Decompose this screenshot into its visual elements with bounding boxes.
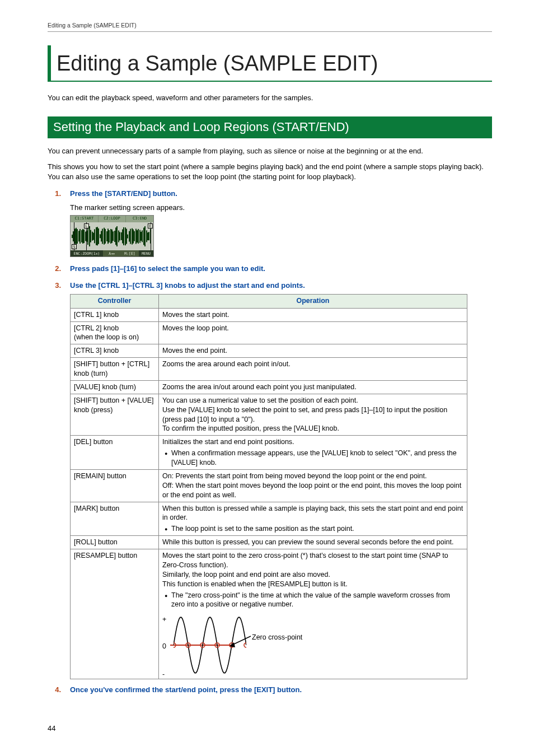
marker-screen-image: C1:START C2:LOOP C3:END S L E ENC:ZOOM(1…: [70, 215, 154, 257]
step-instruction: Once you've confirmed the start/end poin…: [70, 685, 302, 695]
controller-cell: [REMAIN] button: [71, 469, 159, 502]
operation-cell: Zooms the area around each point in/out.: [159, 358, 467, 381]
table-row: [ROLL] buttonWhile this button is presse…: [71, 536, 467, 549]
svg-marker-7: [229, 642, 235, 647]
screen-footer-menu: MENU: [139, 250, 153, 257]
controller-cell: [ROLL] button: [71, 536, 159, 549]
operation-cell: Moves the start point.: [159, 308, 467, 321]
table-row: [REMAIN] buttonOn: Prevents the start po…: [71, 469, 467, 502]
table-row: [SHIFT] button + [VALUE] knob (press)You…: [71, 394, 467, 436]
bullet-text: The "zero cross-point" is the time at wh…: [171, 591, 463, 610]
th-controller: Controller: [71, 295, 159, 309]
step-number: 2.: [48, 264, 70, 274]
bullet-icon: ●: [162, 449, 171, 468]
step-instruction: Press the [START/END] button.: [70, 189, 177, 199]
step-number: 1.: [48, 189, 70, 199]
operation-cell: Initializes the start and end point posi…: [159, 436, 467, 470]
step-3: 3. Use the [CTRL 1]–[CTRL 3] knobs to ad…: [48, 281, 492, 291]
bullet-text: The loop point is set to the same positi…: [171, 524, 463, 534]
operation-cell: Moves the start point to the zero cross-…: [159, 549, 467, 679]
body-paragraph-1: You can prevent unnecessary parts of a s…: [48, 146, 492, 156]
step-number: 3.: [48, 281, 70, 291]
controller-operation-table: Controller Operation [CTRL 1] knobMoves …: [70, 294, 467, 679]
chapter-title: Editing a Sample (SAMPLE EDIT): [48, 45, 492, 82]
step-instruction: Press pads [1]–[16] to select the sample…: [70, 264, 265, 274]
zero-cross-diagram: +0-Zero cross-point: [162, 613, 330, 677]
controller-cell: [MARK] button: [71, 502, 159, 536]
table-row: [DEL] buttonInitializes the start and en…: [71, 436, 467, 470]
page-number: 44: [48, 724, 55, 734]
table-row: [MARK] buttonWhen this button is pressed…: [71, 502, 467, 536]
bullet-icon: ●: [162, 524, 171, 534]
svg-line-6: [232, 636, 251, 645]
screen-footer-a: A◂▸: [103, 250, 121, 257]
controller-cell: [RESAMPLE] button: [71, 549, 159, 679]
operation-cell: When this button is pressed while a samp…: [159, 502, 467, 536]
controller-cell: [DEL] button: [71, 436, 159, 470]
step-number: 4.: [48, 685, 70, 695]
controller-cell: [VALUE] knob (turn): [71, 380, 159, 394]
controller-cell: [SHIFT] button + [VALUE] knob (press): [71, 394, 159, 436]
step-1-caption: The marker setting screen appears.: [70, 203, 492, 213]
marker-e-icon: E: [148, 223, 153, 228]
screen-tab-end: C3:END: [126, 216, 153, 222]
operation-cell: You can use a numerical value to set the…: [159, 394, 467, 436]
marker-l-icon: L: [84, 223, 89, 228]
operation-cell: While this button is pressed, you can pr…: [159, 536, 467, 549]
bullet-text: When a confirmation message appears, use…: [171, 449, 463, 468]
operation-cell: Moves the end point.: [159, 344, 467, 358]
table-row: [VALUE] knob (turn)Zooms the area in/out…: [71, 380, 467, 394]
screen-tab-loop: C2:LOOP: [99, 216, 127, 222]
table-row: [CTRL 1] knobMoves the start point.: [71, 308, 467, 321]
th-operation: Operation: [159, 295, 467, 309]
bullet-icon: ●: [162, 591, 171, 610]
controller-cell: [CTRL 1] knob: [71, 308, 159, 321]
operation-cell: Moves the loop point.: [159, 321, 467, 344]
screen-footer-m: M:[E]: [121, 250, 139, 257]
controller-cell: [SHIFT] button + [CTRL] knob (turn): [71, 358, 159, 381]
table-row: [SHIFT] button + [CTRL] knob (turn)Zooms…: [71, 358, 467, 381]
intro-paragraph: You can edit the playback speed, wavefor…: [48, 93, 492, 103]
step-instruction: Use the [CTRL 1]–[CTRL 3] knobs to adjus…: [70, 281, 305, 291]
step-1: 1. Press the [START/END] button.: [48, 189, 492, 199]
table-row: [CTRL 3] knobMoves the end point.: [71, 344, 467, 358]
step-2: 2. Press pads [1]–[16] to select the sam…: [48, 264, 492, 274]
running-head: Editing a Sample (SAMPLE EDIT): [48, 21, 492, 32]
screen-footer-zoom: ENC:ZOOM(1x): [71, 250, 103, 257]
step-4: 4. Once you've confirmed the start/end p…: [48, 685, 492, 695]
body-paragraph-2: This shows you how to set the start poin…: [48, 162, 492, 182]
controller-cell: [CTRL 2] knob (when the loop is on): [71, 321, 159, 344]
operation-cell: On: Prevents the start point from being …: [159, 469, 467, 502]
step-1-body: The marker setting screen appears. C1:ST…: [70, 203, 492, 257]
zero-cross-label: Zero cross-point: [252, 633, 302, 642]
operation-cell: Zooms the area in/out around each point …: [159, 380, 467, 394]
controller-cell: [CTRL 3] knob: [71, 344, 159, 358]
table-row: [CTRL 2] knob (when the loop is on)Moves…: [71, 321, 467, 344]
table-row: [RESAMPLE] buttonMoves the start point t…: [71, 549, 467, 679]
marker-s-icon: S: [72, 244, 77, 249]
screen-tab-start: C1:START: [71, 216, 99, 222]
section-heading: Setting the Playback and Loop Regions (S…: [48, 116, 492, 138]
